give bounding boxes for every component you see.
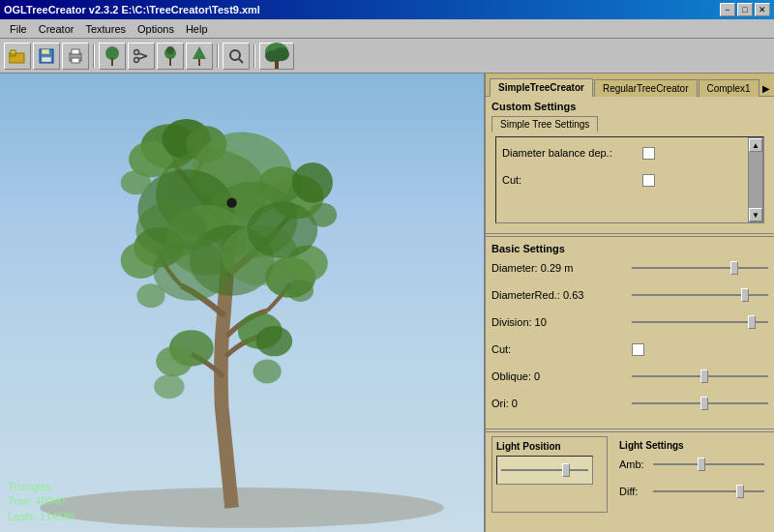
setting-amb-row: Amb:	[619, 455, 764, 474]
title-bar: OGLTreeCreator v2.3.2 E:\C:\TreeCreator\…	[0, 0, 774, 19]
diameter-slider-thumb[interactable]	[730, 261, 738, 275]
diff-slider[interactable]	[653, 484, 764, 499]
division-slider[interactable]	[632, 314, 768, 330]
diff-label: Diff:	[619, 486, 653, 497]
diameterred-label: DiameterRed.: 0.63	[491, 289, 632, 301]
tab-regular-tree[interactable]: RegularTreeCreator	[594, 79, 698, 97]
sub-tab-strip: Simple Tree Settings	[491, 116, 768, 133]
toolbar-tree1-btn[interactable]	[99, 43, 126, 70]
oblique-slider-thumb[interactable]	[700, 369, 708, 383]
toolbar-tree3-btn[interactable]	[186, 43, 213, 70]
toolbar-magnify-btn[interactable]	[223, 43, 250, 70]
viewport-leaf-count: Leafs: 114588	[8, 510, 75, 524]
light-position-control[interactable]	[496, 456, 593, 485]
svg-point-58	[226, 197, 236, 207]
maximize-button[interactable]: □	[737, 3, 753, 16]
custom-settings-scrollbar[interactable]: ▲ ▼	[748, 137, 763, 222]
panel-content: Custom Settings Simple Tree Settings Dia…	[486, 97, 774, 532]
division-slider-thumb[interactable]	[748, 315, 756, 329]
light-pos-thumb[interactable]	[562, 463, 570, 477]
setting-ori-row: Ori: 0	[491, 394, 768, 413]
setting-diameter-balance-row: Diameter balance dep.:	[502, 143, 742, 163]
viewport-tree-count: Tree: 40940	[8, 494, 75, 509]
close-button[interactable]: ✕	[755, 3, 770, 16]
svg-line-21	[239, 59, 243, 63]
toolbar-bigtree-btn[interactable]	[259, 43, 294, 70]
svg-rect-17	[169, 58, 171, 66]
scroll-up-btn[interactable]: ▲	[749, 138, 762, 152]
right-panel: SimpleTreeCreator RegularTreeCreator Com…	[484, 74, 774, 532]
svg-rect-8	[72, 58, 79, 63]
custom-settings-section: Custom Settings Simple Tree Settings Dia…	[486, 97, 774, 231]
scroll-track	[749, 152, 762, 208]
svg-point-11	[134, 49, 139, 54]
tab-scroll-arrow[interactable]: ▶	[760, 81, 772, 96]
toolbar-tree2-btn[interactable]	[157, 43, 184, 70]
divider-1	[486, 233, 774, 234]
svg-rect-25	[275, 60, 279, 69]
svg-line-14	[138, 56, 147, 59]
svg-rect-7	[72, 49, 79, 54]
tab-simple-tree[interactable]: SimpleTreeCreator	[490, 78, 593, 97]
diameterred-slider[interactable]	[632, 287, 768, 303]
cut-custom-label: Cut:	[502, 174, 642, 186]
custom-settings-header: Custom Settings	[491, 101, 768, 112]
diff-slider-thumb[interactable]	[736, 485, 744, 498]
toolbar-scissors-btn[interactable]	[128, 43, 155, 70]
oblique-slider[interactable]	[632, 369, 768, 384]
cut-basic-label: Cut:	[491, 343, 632, 355]
ori-slider-track	[632, 402, 768, 404]
toolbar-sep-1	[93, 44, 95, 68]
diameter-slider-track	[632, 267, 768, 269]
ori-slider-thumb[interactable]	[700, 397, 708, 410]
svg-point-9	[105, 46, 119, 60]
toolbar-print-btn[interactable]	[62, 43, 89, 70]
diameterred-slider-thumb[interactable]	[741, 288, 749, 302]
setting-oblique-row: Oblique: 0	[491, 367, 768, 386]
svg-point-54	[136, 283, 164, 308]
diameter-label: Diameter: 0.29 m	[491, 262, 632, 274]
tree-viewport[interactable]: Triangles Tree: 40940 Leafs: 114588	[0, 74, 484, 532]
svg-point-12	[134, 57, 139, 62]
svg-point-55	[287, 280, 313, 302]
menu-help[interactable]: Help	[180, 21, 214, 37]
minimize-button[interactable]: −	[720, 3, 735, 16]
tab-strip: SimpleTreeCreator RegularTreeCreator Com…	[486, 74, 774, 97]
setting-cut-custom-row: Cut:	[502, 170, 742, 190]
custom-settings-box: Diameter balance dep.: Cut: ▲ ▼	[495, 136, 764, 223]
amb-slider[interactable]	[653, 457, 764, 472]
amb-slider-thumb[interactable]	[698, 458, 705, 471]
svg-point-57	[253, 359, 281, 383]
menu-file[interactable]: File	[4, 21, 33, 37]
menu-textures[interactable]: Textures	[79, 21, 132, 37]
svg-marker-18	[193, 46, 206, 59]
toolbar-save-btn[interactable]	[33, 43, 60, 70]
cut-custom-checkbox[interactable]	[642, 174, 655, 187]
svg-point-52	[121, 170, 151, 194]
viewport-triangles-label: Triangles	[8, 480, 75, 494]
svg-rect-4	[42, 49, 49, 54]
svg-point-39	[156, 346, 193, 376]
setting-diff-row: Diff:	[619, 482, 764, 501]
light-settings-box: Light Settings Amb: Diff:	[615, 436, 768, 513]
menu-creator[interactable]: Creator	[33, 21, 80, 37]
menu-options[interactable]: Options	[132, 21, 180, 37]
basic-settings-section: Basic Settings Diameter: 0.29 m Diameter…	[486, 236, 774, 427]
diameter-slider[interactable]	[632, 260, 768, 276]
viewport-info: Triangles Tree: 40940 Leafs: 114588	[8, 480, 75, 524]
sub-tab-simple-tree[interactable]: Simple Tree Settings	[491, 116, 598, 133]
setting-diameterred-row: DiameterRed.: 0.63	[491, 285, 768, 305]
scroll-down-btn[interactable]: ▼	[749, 208, 762, 222]
svg-rect-10	[111, 58, 113, 66]
setting-diameter-row: Diameter: 0.29 m	[491, 258, 768, 278]
light-settings-label: Light Settings	[619, 440, 764, 451]
light-position-label: Light Position	[496, 441, 603, 452]
tab-complex1[interactable]: Complex1	[699, 79, 759, 97]
svg-rect-19	[198, 59, 200, 66]
cut-basic-checkbox[interactable]	[632, 343, 644, 356]
main-content: Triangles Tree: 40940 Leafs: 114588 Simp…	[0, 74, 774, 532]
svg-point-26	[40, 488, 444, 528]
toolbar-open-btn[interactable]	[4, 43, 31, 70]
diameter-balance-checkbox[interactable]	[642, 147, 655, 160]
ori-slider[interactable]	[632, 396, 768, 411]
